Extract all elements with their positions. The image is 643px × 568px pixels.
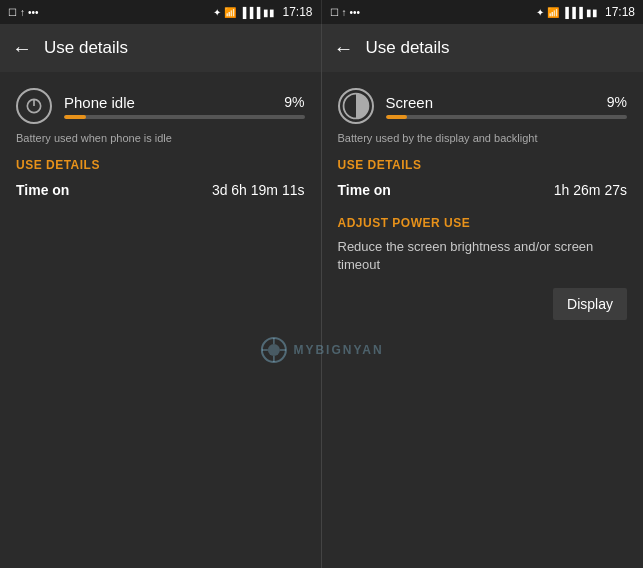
phone-idle-icon xyxy=(16,88,52,124)
left-device-row: Phone idle 9% xyxy=(16,88,305,124)
right-device-info: Screen 9% xyxy=(386,94,628,119)
right-content: Screen 9% Battery used by the display an… xyxy=(322,72,644,568)
signal-icon-left: ↑ xyxy=(20,7,25,18)
left-progress-bar-bg xyxy=(64,115,305,119)
display-button-row: Display xyxy=(338,288,628,320)
sim-icon-right: ☐ xyxy=(330,7,339,18)
dots-icon-right: ••• xyxy=(350,7,361,18)
right-use-details-label: USE DETAILS xyxy=(338,158,628,172)
adjust-desc: Reduce the screen brightness and/or scre… xyxy=(338,238,628,274)
right-panel: ← Use details Screen 9% xyxy=(322,24,644,568)
status-bar-left: ☐ ↑ ••• ✦ 📶 ▐▐▐ ▮▮ 17:18 xyxy=(0,0,322,24)
left-use-details-label: USE DETAILS xyxy=(16,158,305,172)
signal-bars-left: ▐▐▐ xyxy=(239,7,260,18)
left-device-percent: 9% xyxy=(284,94,304,110)
left-toolbar-title: Use details xyxy=(44,38,128,58)
wifi-icon-left: 📶 xyxy=(224,7,236,18)
battery-icon-right: ▮▮ xyxy=(586,7,598,18)
right-device-name-row: Screen 9% xyxy=(386,94,628,111)
panels-wrapper: ← Use details Phone idle 9% xyxy=(0,24,643,568)
right-device-name: Screen xyxy=(386,94,434,111)
right-battery-desc: Battery used by the display and backligh… xyxy=(338,132,628,144)
bt-icon-right: ✦ xyxy=(536,7,544,18)
right-time-value: 1h 26m 27s xyxy=(554,182,627,198)
left-device-name-row: Phone idle 9% xyxy=(64,94,305,111)
bt-icon-left: ✦ xyxy=(213,7,221,18)
panels: ← Use details Phone idle 9% xyxy=(0,24,643,568)
left-status-icons: ☐ ↑ ••• xyxy=(8,7,213,18)
left-time-value: 3d 6h 19m 11s xyxy=(212,182,305,198)
status-bar-right: ☐ ↑ ••• ✦ 📶 ▐▐▐ ▮▮ 17:18 xyxy=(322,0,644,24)
dots-icon-left: ••• xyxy=(28,7,39,18)
left-panel: ← Use details Phone idle 9% xyxy=(0,24,322,568)
display-button[interactable]: Display xyxy=(553,288,627,320)
wifi-icon-right: 📶 xyxy=(547,7,559,18)
battery-icon-left: ▮▮ xyxy=(263,7,275,18)
right-progress-bar-fill xyxy=(386,115,408,119)
adjust-power-label: ADJUST POWER USE xyxy=(338,216,628,230)
status-bar: ☐ ↑ ••• ✦ 📶 ▐▐▐ ▮▮ 17:18 ☐ ↑ ••• ✦ 📶 ▐▐▐… xyxy=(0,0,643,24)
right-device-row: Screen 9% xyxy=(338,88,628,124)
right-toolbar: ← Use details xyxy=(322,24,644,72)
time-right: 17:18 xyxy=(605,5,635,19)
left-battery-desc: Battery used when phone is idle xyxy=(16,132,305,144)
screen-icon xyxy=(338,88,374,124)
left-device-info: Phone idle 9% xyxy=(64,94,305,119)
sim-icon: ☐ xyxy=(8,7,17,18)
left-device-name: Phone idle xyxy=(64,94,135,111)
signal-icon-right: ↑ xyxy=(342,7,347,18)
left-time-label: Time on xyxy=(16,182,69,198)
left-progress-bar-fill xyxy=(64,115,86,119)
left-toolbar: ← Use details xyxy=(0,24,321,72)
right-time-label: Time on xyxy=(338,182,391,198)
right-time-row: Time on 1h 26m 27s xyxy=(338,182,628,198)
right-toolbar-title: Use details xyxy=(366,38,450,58)
right-status-icons: ☐ ↑ ••• xyxy=(330,7,536,18)
right-device-percent: 9% xyxy=(607,94,627,110)
left-content: Phone idle 9% Battery used when phone is… xyxy=(0,72,321,568)
right-panel-status-right: ✦ 📶 ▐▐▐ ▮▮ 17:18 xyxy=(536,5,635,19)
time-left: 17:18 xyxy=(282,5,312,19)
right-progress-bar-bg xyxy=(386,115,628,119)
back-button-left[interactable]: ← xyxy=(12,37,32,60)
left-time-row: Time on 3d 6h 19m 11s xyxy=(16,182,305,198)
signal-bars-right: ▐▐▐ xyxy=(562,7,583,18)
back-button-right[interactable]: ← xyxy=(334,37,354,60)
left-panel-status-right: ✦ 📶 ▐▐▐ ▮▮ 17:18 xyxy=(213,5,312,19)
